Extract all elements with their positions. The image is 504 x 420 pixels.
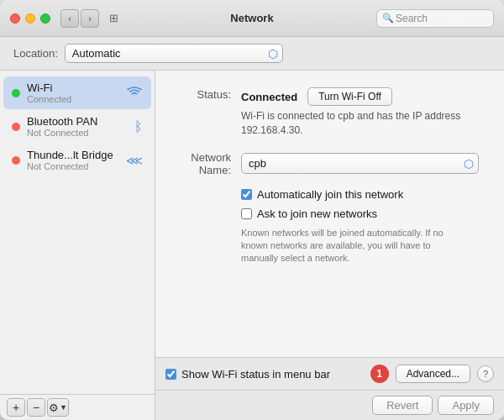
location-bar: Location: Automatic Edit Locations... ⬡: [0, 37, 504, 71]
minimize-button[interactable]: [25, 13, 35, 24]
show-wifi-status-label: Show Wi-Fi status in menu bar: [181, 368, 330, 381]
maximize-button[interactable]: [40, 13, 50, 24]
location-select-wrapper: Automatic Edit Locations... ⬡: [65, 44, 283, 63]
add-network-button[interactable]: +: [7, 398, 25, 417]
wifi-item-name: Wi-Fi: [27, 81, 119, 94]
status-value: Connected: [241, 91, 297, 103]
bluetooth-item-name: Bluetooth PAN: [27, 115, 128, 128]
ask-join-label: Ask to join new networks: [257, 207, 377, 220]
network-select-wrapper: cpb Other... ⬡: [241, 153, 479, 174]
revert-button[interactable]: Revert: [372, 396, 433, 415]
thunderbolt-status-indicator: [12, 156, 20, 165]
remove-network-button[interactable]: −: [27, 398, 45, 417]
forward-button[interactable]: ›: [81, 9, 99, 28]
status-label: Status:: [181, 87, 231, 101]
sidebar-list: Wi-Fi Connected: [0, 71, 155, 394]
thunderbolt-item-name: Thunde...lt Bridge: [27, 149, 119, 161]
ask-join-description: Known networks will be joined automatica…: [241, 227, 459, 265]
location-label: Location:: [13, 47, 58, 60]
ask-join-checkbox[interactable]: [241, 208, 252, 219]
bottom-left: Show Wi-Fi status in menu bar: [165, 368, 364, 381]
status-content: Connected Turn Wi-Fi Off Wi-Fi is connec…: [241, 87, 479, 138]
sidebar-item-bluetooth[interactable]: Bluetooth PAN Not Connected ᛒ: [3, 110, 151, 143]
auto-join-row: Automatically join this network: [241, 188, 479, 201]
thunderbolt-item-status: Not Connected: [27, 161, 119, 171]
gear-chevron-icon: ▼: [60, 403, 67, 412]
show-wifi-status-checkbox[interactable]: [165, 369, 176, 380]
main-content: Wi-Fi Connected: [0, 71, 504, 420]
back-button[interactable]: ‹: [60, 9, 79, 28]
close-button[interactable]: [10, 13, 20, 24]
wifi-item-text: Wi-Fi Connected: [27, 81, 119, 104]
wifi-item-status: Connected: [27, 94, 119, 104]
status-row: Status: Connected Turn Wi-Fi Off Wi-Fi i…: [181, 87, 479, 138]
traffic-lights: [10, 13, 50, 24]
apply-button[interactable]: Apply: [438, 396, 494, 415]
right-panel: Status: Connected Turn Wi-Fi Off Wi-Fi i…: [155, 71, 504, 420]
bluetooth-status-indicator: [12, 123, 20, 131]
gear-icon: ⚙: [49, 402, 59, 414]
nav-buttons: ‹ ›: [60, 9, 99, 28]
network-name-row: Network Name: cpb Other... ⬡: [181, 151, 479, 176]
content-area: Status: Connected Turn Wi-Fi Off Wi-Fi i…: [155, 71, 504, 357]
status-description: Wi-Fi is connected to cpb and has the IP…: [241, 109, 476, 138]
search-bar[interactable]: 🔍 Search: [376, 9, 494, 28]
wifi-icon: [126, 85, 143, 102]
titlebar: ‹ › ⊞ Network 🔍 Search: [0, 0, 504, 37]
grid-button[interactable]: ⊞: [104, 9, 123, 28]
advanced-button[interactable]: Advanced...: [396, 365, 470, 383]
bottom-bar: Show Wi-Fi status in menu bar 1 Advanced…: [155, 357, 504, 390]
bluetooth-item-text: Bluetooth PAN Not Connected: [27, 115, 128, 138]
gear-menu-button[interactable]: ⚙ ▼: [47, 398, 69, 417]
thunderbolt-item-text: Thunde...lt Bridge Not Connected: [27, 149, 119, 171]
help-button[interactable]: ?: [477, 365, 494, 382]
auto-join-label: Automatically join this network: [257, 188, 403, 201]
search-placeholder: Search: [396, 13, 428, 24]
network-preferences-window: ‹ › ⊞ Network 🔍 Search Location: Automat…: [0, 0, 504, 420]
sidebar-item-wifi[interactable]: Wi-Fi Connected: [3, 76, 151, 109]
network-name-select[interactable]: cpb Other...: [241, 153, 479, 174]
bluetooth-item-status: Not Connected: [27, 128, 128, 138]
search-icon: 🔍: [382, 13, 394, 24]
thunderbolt-icon: ⋘: [126, 154, 143, 167]
window-title: Network: [230, 12, 273, 24]
auto-join-checkbox[interactable]: [241, 189, 252, 200]
action-bar: Revert Apply: [155, 390, 504, 420]
sidebar-item-thunderbolt[interactable]: Thunde...lt Bridge Not Connected ⋘: [3, 144, 151, 176]
network-name-label: Network Name:: [181, 151, 231, 176]
wifi-status-indicator: [12, 89, 20, 97]
location-select[interactable]: Automatic Edit Locations...: [65, 44, 283, 63]
sidebar-controls: + − ⚙ ▼: [0, 394, 155, 420]
bluetooth-icon: ᛒ: [134, 119, 143, 134]
status-value-row: Connected Turn Wi-Fi Off: [241, 87, 479, 106]
notification-badge: 1: [370, 365, 389, 383]
left-section: Wi-Fi Connected: [0, 71, 155, 420]
turn-wifi-off-button[interactable]: Turn Wi-Fi Off: [307, 87, 392, 106]
ask-join-row: Ask to join new networks: [241, 207, 479, 220]
